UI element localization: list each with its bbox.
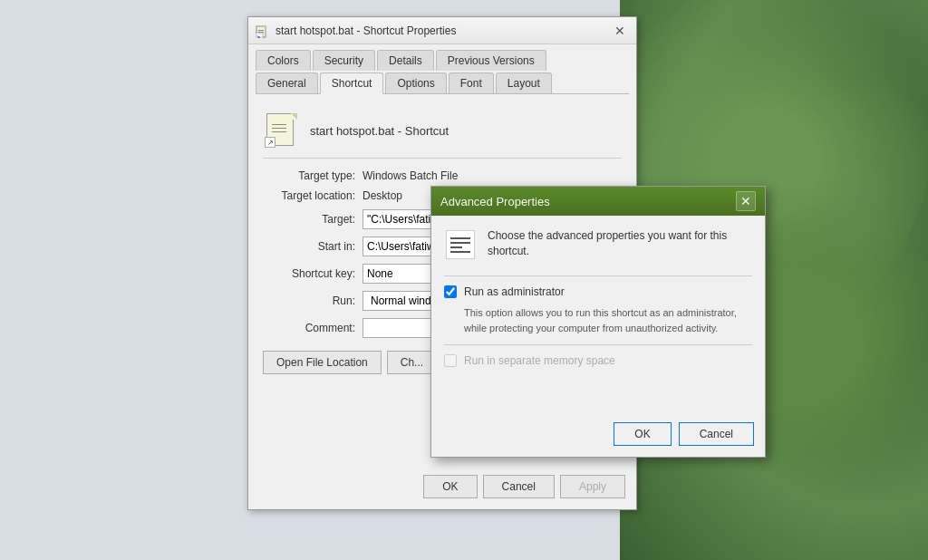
window-close-button[interactable]: ✕ [611, 22, 629, 40]
run-label: Run: [263, 294, 362, 307]
shortcut-arrow-icon: ↗ [265, 137, 276, 148]
run-as-admin-row: Run as administrator [444, 285, 752, 298]
run-as-admin-label: Run as administrator [464, 285, 565, 298]
cancel-button[interactable]: Cancel [483, 475, 555, 498]
tab-general[interactable]: General [256, 72, 318, 93]
advanced-dialog-content: Choose the advanced properties you want … [431, 216, 765, 387]
target-type-row: Target type: Windows Batch File [263, 169, 622, 182]
tabs-row-2: General Shortcut Options Font Layout [256, 72, 629, 93]
comment-label: Comment: [263, 322, 362, 334]
advanced-ok-button[interactable]: OK [614, 422, 671, 446]
list-line-1 [450, 237, 470, 239]
tab-shortcut[interactable]: Shortcut [320, 72, 384, 94]
bottom-buttons: OK Cancel Apply [423, 475, 625, 498]
tab-font[interactable]: Font [449, 72, 494, 93]
file-display-name: start hotspot.bat - Shortcut [310, 124, 449, 138]
tab-security[interactable]: Security [313, 50, 375, 71]
window-titlebar: ➤ start hotspot.bat - Shortcut Propertie… [248, 17, 636, 44]
advanced-bottom-buttons: OK Cancel [614, 422, 754, 446]
target-type-label: Target type: [263, 169, 362, 182]
tab-previous-versions[interactable]: Previous Versions [436, 50, 546, 71]
tab-colors[interactable]: Colors [256, 50, 311, 71]
run-as-admin-description: This option allows you to run this short… [464, 305, 752, 335]
apply-button[interactable]: Apply [560, 475, 625, 498]
run-in-memory-checkbox[interactable] [444, 354, 457, 367]
tabs-row-1: Colors Security Details Previous Version… [256, 50, 629, 71]
advanced-dialog-titlebar: Advanced Properties ✕ [431, 187, 765, 216]
list-line-4 [450, 251, 470, 253]
tabs-container: Colors Security Details Previous Version… [248, 44, 636, 94]
shortcut-key-label: Shortcut key: [263, 267, 362, 280]
advanced-header-row: Choose the advanced properties you want … [444, 228, 752, 261]
open-file-location-button[interactable]: Open File Location [263, 351, 382, 374]
window-title: start hotspot.bat - Shortcut Properties [276, 24, 611, 37]
file-lines [272, 124, 286, 132]
change-icon-button[interactable]: Ch... [387, 351, 437, 374]
file-header: ↗ start hotspot.bat - Shortcut [263, 105, 622, 159]
run-as-admin-checkbox[interactable] [444, 285, 457, 298]
advanced-properties-dialog: Advanced Properties ✕ Choose the advance… [430, 186, 766, 458]
svg-rect-2 [258, 30, 264, 31]
file-fold [291, 113, 297, 120]
advanced-dialog-close-button[interactable]: ✕ [736, 191, 756, 211]
ok-button[interactable]: OK [423, 475, 477, 498]
tab-layout[interactable]: Layout [496, 72, 552, 93]
advanced-dialog-title: Advanced Properties [440, 195, 736, 208]
target-label: Target: [263, 213, 362, 226]
run-in-memory-label: Run in separate memory space [464, 354, 615, 367]
start-in-label: Start in: [263, 240, 362, 253]
advanced-header-text: Choose the advanced properties you want … [488, 228, 752, 259]
advanced-separator [444, 275, 752, 276]
advanced-list-icon [444, 228, 477, 261]
target-location-label: Target location: [263, 189, 362, 202]
file-icon: ↗ [263, 112, 299, 149]
tab-options[interactable]: Options [385, 72, 446, 93]
window-icon: ➤ [256, 24, 270, 38]
target-location-value: Desktop [362, 189, 402, 202]
advanced-separator-2 [444, 344, 752, 345]
svg-text:➤: ➤ [256, 34, 261, 38]
list-line-3 [450, 246, 462, 248]
list-line-2 [450, 242, 470, 244]
advanced-cancel-button[interactable]: Cancel [679, 422, 754, 446]
tab-details[interactable]: Details [377, 50, 434, 71]
run-in-memory-row: Run in separate memory space [444, 354, 752, 367]
target-type-value: Windows Batch File [362, 169, 458, 182]
